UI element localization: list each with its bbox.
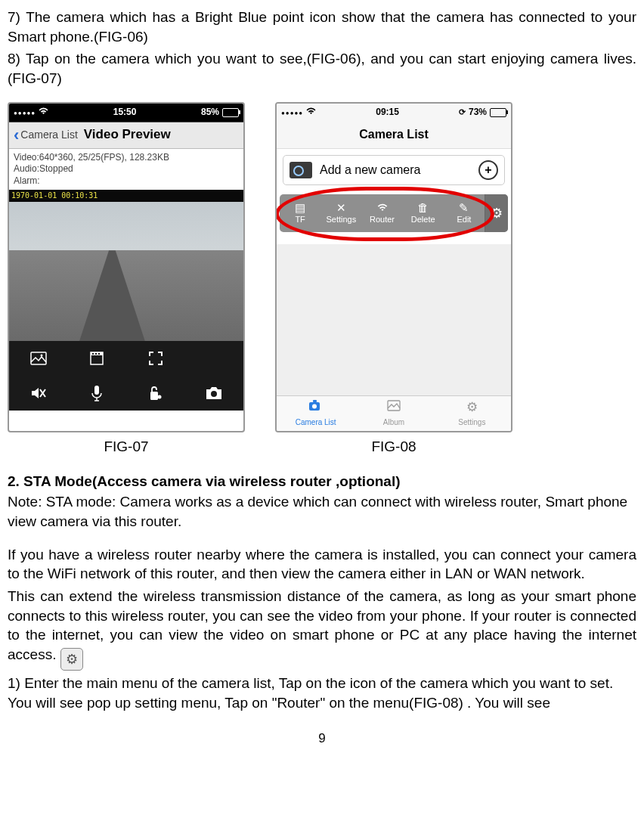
svg-rect-17 — [313, 400, 317, 402]
svg-rect-6 — [98, 353, 100, 355]
section-p1: If you have a wireless router nearby whe… — [8, 545, 636, 584]
tab-camera-list[interactable]: Camera List — [277, 396, 355, 431]
record-icon[interactable] — [68, 341, 127, 376]
svg-rect-4 — [92, 353, 94, 355]
svg-rect-12 — [150, 392, 158, 400]
empty-area — [277, 244, 511, 395]
status-time: 15:50 — [113, 106, 137, 118]
section-heading: 2. STA Mode(Access camera via wireless r… — [8, 472, 636, 491]
tools-icon: ✕ — [336, 202, 346, 213]
battery-percent: 85% — [201, 106, 219, 118]
battery-icon — [222, 108, 239, 117]
snapshot-icon[interactable] — [185, 376, 244, 411]
tab-album[interactable]: Album — [355, 396, 432, 431]
page-number: 9 — [8, 730, 636, 748]
video-preview[interactable]: 1970-01-01 00:10:31 — [9, 190, 243, 341]
lock-icon[interactable] — [126, 376, 185, 411]
svg-rect-9 — [94, 386, 99, 395]
fig08-screenshot: 09:15 ⟳ 73% Camera List Add a new camera… — [275, 102, 512, 433]
battery-percent: 73% — [469, 106, 487, 118]
signal-dots-icon — [281, 106, 303, 118]
wifi-icon — [306, 106, 316, 118]
figure-row: 15:50 85% ‹ Camera List Video Preview Vi… — [8, 102, 636, 433]
wifi-icon — [377, 202, 388, 213]
camera-icon — [289, 162, 312, 178]
pencil-icon: ✎ — [459, 202, 469, 213]
fig07-screenshot: 15:50 85% ‹ Camera List Video Preview Vi… — [8, 102, 245, 433]
mic-icon[interactable] — [68, 376, 127, 411]
fullscreen-icon[interactable] — [126, 341, 185, 376]
nav-bar: ‹ Camera List Video Preview — [9, 122, 243, 149]
popup-gear-icon[interactable]: ⚙ — [485, 194, 508, 232]
stream-meta: Video:640*360, 25/25(FPS), 128.23KB Audi… — [9, 149, 243, 189]
svg-point-13 — [157, 395, 161, 399]
trash-icon: 🗑 — [417, 202, 429, 213]
screen-title: Video Preview — [84, 126, 171, 144]
mute-icon[interactable] — [9, 376, 68, 411]
svg-rect-5 — [95, 353, 97, 355]
popup-tf[interactable]: ▤TF — [280, 194, 320, 232]
meta-audio: Audio:Stopped — [14, 163, 239, 175]
gallery-icon[interactable] — [9, 341, 68, 376]
fig08-caption: FIG-08 — [275, 437, 512, 457]
add-camera-label: Add a new camera — [320, 162, 420, 178]
section-note: Note: STA mode: Camera works as a device… — [8, 492, 636, 531]
tab-bar: Camera List Album ⚙ Settings — [277, 395, 511, 431]
meta-alarm: Alarm: — [14, 175, 239, 187]
fig07-caption: FIG-07 — [8, 437, 245, 457]
svg-point-1 — [40, 355, 42, 357]
popup-router[interactable]: Router — [361, 194, 402, 232]
tab-settings[interactable]: ⚙ Settings — [433, 396, 511, 431]
popup-edit[interactable]: ✎Edit — [444, 194, 485, 232]
svg-point-16 — [312, 404, 317, 409]
camera-icon — [308, 399, 324, 417]
section-p2: This can extend the wireless transmissio… — [8, 587, 636, 671]
popup-settings[interactable]: ✕Settings — [320, 194, 361, 232]
rotation-lock-icon: ⟳ — [459, 107, 466, 118]
back-chevron-icon[interactable]: ‹ — [14, 124, 19, 147]
sdcard-icon: ▤ — [295, 202, 305, 213]
add-camera-row[interactable]: Add a new camera + — [283, 155, 505, 185]
signal-dots-icon — [14, 106, 36, 118]
popup-delete[interactable]: 🗑Delete — [403, 194, 444, 232]
wifi-icon — [39, 106, 48, 118]
status-bar: 15:50 85% — [9, 104, 243, 122]
video-timestamp: 1970-01-01 00:10:31 — [9, 190, 243, 202]
plus-icon[interactable]: + — [478, 160, 498, 180]
screen-title: Camera List — [277, 122, 511, 150]
battery-icon — [490, 108, 506, 117]
video-toolbar — [9, 341, 243, 411]
album-icon — [387, 399, 401, 417]
status-bar: 09:15 ⟳ 73% — [277, 104, 511, 122]
svg-rect-0 — [31, 352, 46, 364]
svg-point-14 — [211, 391, 217, 397]
settings-popup: ▤TF ✕Settings Router 🗑Delete ✎Edit ⚙ — [280, 194, 508, 232]
gear-icon: ⚙ — [466, 399, 478, 417]
camera-item-popup-area: ▤TF ✕Settings Router 🗑Delete ✎Edit ⚙ — [280, 191, 508, 244]
instruction-8: 8) Tap on the camera which you want to s… — [8, 49, 636, 88]
section-step1: 1) Enter the main menu of the camera lis… — [8, 674, 636, 712]
back-label[interactable]: Camera List — [20, 128, 77, 142]
gear-icon: ⚙ — [60, 648, 83, 671]
status-time: 09:15 — [376, 106, 399, 118]
meta-video: Video:640*360, 25/25(FPS), 128.23KB — [14, 152, 239, 164]
instruction-7: 7) The camera which has a Bright Blue po… — [8, 8, 636, 46]
